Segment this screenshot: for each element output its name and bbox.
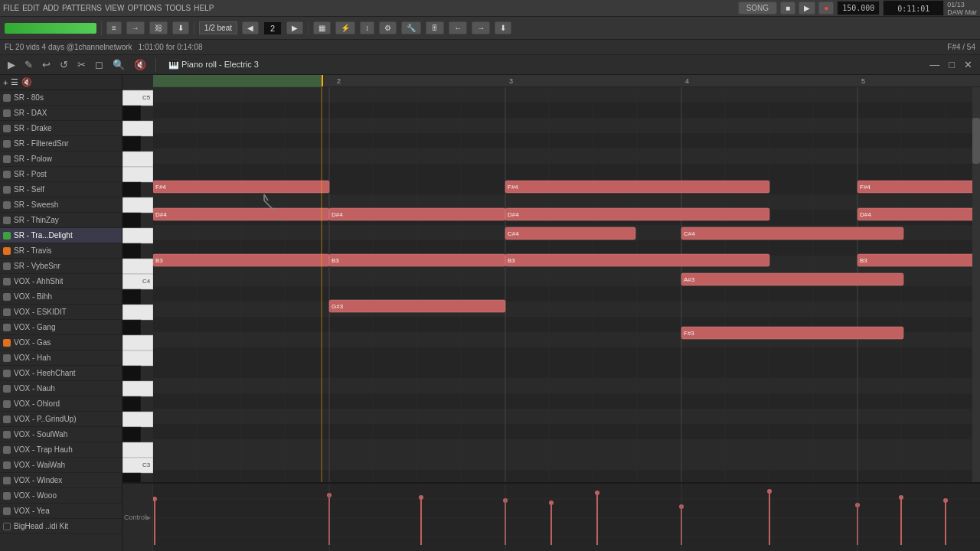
track-item-7[interactable]: SR - Sweesh bbox=[0, 197, 122, 213]
piano-grid-wrapper[interactable]: 2 3 4 5 bbox=[153, 75, 980, 482]
beat-prev[interactable]: ◀ bbox=[242, 21, 259, 34]
pr-mute[interactable]: 🔇 bbox=[131, 57, 149, 72]
track-item-23[interactable]: VOX - Trap Hauh bbox=[0, 442, 122, 458]
track-item-10[interactable]: SR - Travis bbox=[0, 243, 122, 259]
stop-button[interactable]: ■ bbox=[780, 2, 795, 15]
track-label-9: SR - Tra...Delight bbox=[14, 231, 73, 240]
menu-patterns[interactable]: PATTERNS bbox=[62, 4, 102, 12]
menu-file[interactable]: FILE bbox=[3, 4, 19, 12]
menu-edit[interactable]: EDIT bbox=[22, 4, 40, 12]
svg-text:C4: C4 bbox=[142, 278, 151, 285]
track-item-25[interactable]: VOX - Windex bbox=[0, 473, 122, 488]
pr-play[interactable]: ▶ bbox=[5, 57, 18, 72]
fx6[interactable]: 🎚 bbox=[426, 21, 444, 34]
svg-rect-21 bbox=[122, 396, 141, 412]
pr-redo[interactable]: ↺ bbox=[57, 57, 71, 72]
track-item-9[interactable]: SR - Tra...Delight bbox=[0, 228, 122, 243]
pr-undo[interactable]: ↩ bbox=[39, 57, 54, 72]
pr-zoom[interactable]: 🔍 bbox=[109, 57, 128, 72]
record-button[interactable]: ● bbox=[818, 2, 834, 15]
track-item-26[interactable]: VOX - Wooo bbox=[0, 488, 122, 504]
track-item-17[interactable]: VOX - Hah bbox=[0, 350, 122, 366]
track-label-13: VOX - Bihh bbox=[14, 292, 52, 301]
track-item-3[interactable]: SR - FilteredSnr bbox=[0, 136, 122, 152]
menu-tools[interactable]: TOOLS bbox=[165, 4, 191, 12]
fx4[interactable]: ⚙ bbox=[379, 21, 397, 34]
play-button[interactable]: ▶ bbox=[799, 2, 815, 15]
pr-pencil[interactable]: ✎ bbox=[21, 57, 36, 72]
track-item-12[interactable]: VOX - AhhShit bbox=[0, 274, 122, 289]
svg-rect-46 bbox=[153, 393, 980, 409]
control-label-side: Control ▶ bbox=[122, 484, 153, 551]
fx5[interactable]: 🔧 bbox=[401, 21, 421, 34]
track-item-21[interactable]: VOX - P..GrindUp) bbox=[0, 412, 122, 427]
vertical-scrollbar[interactable] bbox=[972, 87, 980, 482]
connect-button[interactable]: ⛓ bbox=[149, 21, 168, 34]
forward-button[interactable]: → bbox=[126, 21, 145, 34]
track-item-19[interactable]: VOX - Nauh bbox=[0, 381, 122, 396]
fx7[interactable]: ← bbox=[449, 21, 467, 34]
track-item-22[interactable]: VOX - SoulWah bbox=[0, 427, 122, 442]
track-item-27[interactable]: VOX - Yea bbox=[0, 504, 122, 519]
track-item-11[interactable]: SR - VybeSnr bbox=[0, 259, 122, 274]
track-mute-icon[interactable]: 🔇 bbox=[21, 77, 32, 87]
menu-view[interactable]: VIEW bbox=[105, 4, 125, 12]
track-item-13[interactable]: VOX - Bihh bbox=[0, 289, 122, 305]
track-item-15[interactable]: VOX - Gang bbox=[0, 320, 122, 335]
pr-select[interactable]: ◻ bbox=[92, 57, 106, 72]
track-label-12: VOX - AhhShit bbox=[14, 277, 63, 285]
track-label-8: SR - ThinZay bbox=[14, 216, 59, 224]
track-item-8[interactable]: SR - ThinZay bbox=[0, 213, 122, 228]
track-item-0[interactable]: SR - 80s bbox=[0, 90, 122, 106]
fx8[interactable]: → bbox=[472, 21, 490, 34]
track-dot-2 bbox=[3, 125, 11, 132]
pattern-selector[interactable]: SONG bbox=[738, 2, 777, 15]
track-item-20[interactable]: VOX - Ohlord bbox=[0, 396, 122, 412]
control-main[interactable] bbox=[153, 484, 980, 551]
track-label-25: VOX - Windex bbox=[14, 476, 62, 484]
track-item-2[interactable]: SR - Drake bbox=[0, 121, 122, 136]
track-dot-18 bbox=[3, 370, 11, 377]
track-options-icon[interactable]: ☰ bbox=[11, 77, 18, 87]
track-item-14[interactable]: VOX - ESKIDIT bbox=[0, 305, 122, 320]
track-label-23: VOX - Trap Hauh bbox=[14, 445, 73, 454]
pr-close[interactable]: ✕ bbox=[961, 57, 975, 72]
track-list-items: SR - 80sSR - DAXSR - DrakeSR - FilteredS… bbox=[0, 90, 122, 534]
track-item-16[interactable]: VOX - Gas bbox=[0, 335, 122, 350]
svg-rect-76 bbox=[858, 181, 980, 193]
pr-minimize[interactable]: — bbox=[926, 57, 942, 72]
menu-help[interactable]: HELP bbox=[194, 4, 214, 12]
volume-bar[interactable] bbox=[5, 23, 96, 34]
menu-options[interactable]: OPTIONS bbox=[127, 4, 162, 12]
add-track-icon[interactable]: + bbox=[3, 78, 8, 87]
pr-cut[interactable]: ✂ bbox=[74, 57, 89, 72]
beat-mode[interactable]: 1/2 beat bbox=[199, 21, 237, 34]
mixer-button[interactable]: ≡ bbox=[106, 21, 122, 34]
svg-rect-88 bbox=[681, 227, 903, 240]
grid-body[interactable]: F#4 F#4 F#4 D#4 D#4 D#4 bbox=[153, 87, 980, 482]
menu-add[interactable]: ADD bbox=[43, 4, 59, 12]
fl-time2: 1:01:00 for 0:14:08 bbox=[139, 43, 203, 51]
track-dot-8 bbox=[3, 217, 11, 224]
pr-maximize[interactable]: □ bbox=[946, 57, 958, 72]
track-item-4[interactable]: SR - Polow bbox=[0, 152, 122, 167]
fx2[interactable]: ⚡ bbox=[335, 21, 355, 34]
download-button[interactable]: ⬇ bbox=[172, 21, 189, 34]
track-label-0: SR - 80s bbox=[14, 93, 44, 102]
fx1[interactable]: ▦ bbox=[313, 21, 331, 34]
track-item-6[interactable]: SR - Self bbox=[0, 182, 122, 197]
fx9[interactable]: ⬇ bbox=[495, 21, 511, 34]
track-item-24[interactable]: VOX - WaiWah bbox=[0, 458, 122, 473]
svg-text:A#3: A#3 bbox=[684, 276, 695, 283]
track-item-28[interactable]: BigHead ..idi Kit bbox=[0, 519, 122, 534]
track-item-1[interactable]: SR - DAX bbox=[0, 106, 122, 121]
svg-rect-84 bbox=[858, 208, 980, 220]
svg-text:D#4: D#4 bbox=[332, 211, 343, 218]
svg-text:C#4: C#4 bbox=[684, 230, 695, 237]
svg-rect-108 bbox=[153, 484, 980, 551]
v-scrollbar-thumb[interactable] bbox=[972, 118, 980, 164]
beat-next[interactable]: ▶ bbox=[286, 21, 303, 34]
track-item-5[interactable]: SR - Post bbox=[0, 167, 122, 182]
track-item-18[interactable]: VOX - HeehChant bbox=[0, 366, 122, 381]
fx3[interactable]: ↕ bbox=[360, 21, 374, 34]
